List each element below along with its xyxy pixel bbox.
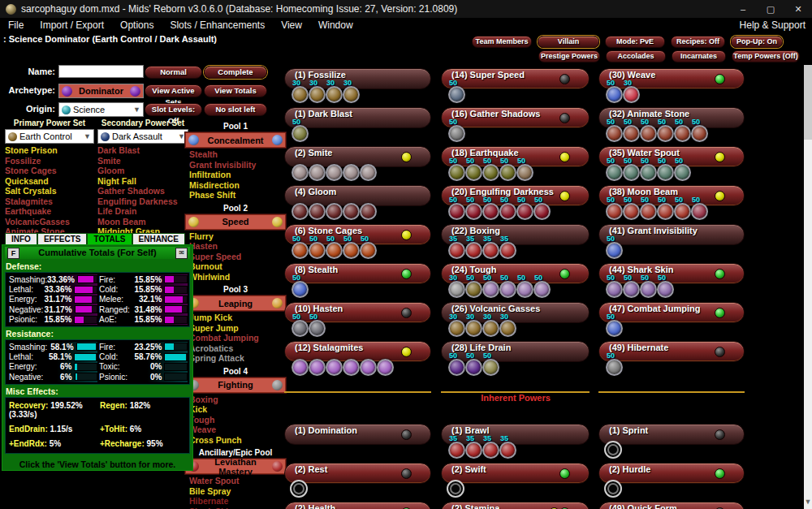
enhancement-slot[interactable]: 50 bbox=[623, 118, 640, 142]
power-list-item-dark-blast[interactable]: Dark Blast bbox=[97, 145, 188, 156]
enhancement-slot[interactable]: 50 bbox=[465, 274, 482, 298]
enhancement-slot[interactable]: 30 bbox=[343, 79, 360, 103]
power-list-item-jump-kick[interactable]: Jump Kick bbox=[189, 313, 286, 323]
power-list-item-smite[interactable]: Smite bbox=[97, 156, 188, 166]
enhancement-slot[interactable]: 50 bbox=[606, 235, 623, 259]
power-stealth[interactable]: (8) Stealth50 bbox=[284, 263, 431, 299]
power-list-item-hibernate[interactable]: Hibernate bbox=[189, 496, 286, 507]
power-list-item-kick[interactable]: Kick bbox=[189, 404, 286, 415]
power-moon-beam[interactable]: (38) Moon Beam505050505050 bbox=[598, 185, 745, 221]
power-list-item-whirlwind[interactable]: Whirlwind bbox=[189, 272, 286, 283]
enhancement-slot[interactable]: 50 bbox=[448, 118, 465, 142]
enhancement-slot[interactable]: 50 bbox=[674, 196, 691, 220]
view-totals-button[interactable]: View Totals bbox=[204, 84, 267, 97]
enhancement-slot[interactable]: 50 bbox=[657, 196, 674, 220]
archetype-select[interactable]: Dominator bbox=[58, 84, 144, 98]
enhancement-slot[interactable]: 30 bbox=[309, 79, 326, 103]
enhancement-slot[interactable]: 50 bbox=[448, 352, 465, 376]
slot-levels-button[interactable]: Slot Levels: Off bbox=[145, 103, 202, 116]
enhancement-slot[interactable]: 50 bbox=[326, 235, 343, 259]
enhancement-slot[interactable]: 35 bbox=[465, 235, 482, 259]
mode-pve-button[interactable]: Mode: PvE bbox=[605, 36, 665, 48]
power-list-item-shark-skin[interactable]: Shark Skin bbox=[189, 507, 286, 509]
power-smite[interactable]: (2) Smite bbox=[284, 146, 431, 182]
power-list-item-water-spout[interactable]: Water Spout bbox=[189, 476, 286, 486]
f-toggle-button[interactable]: F bbox=[7, 248, 19, 259]
enhancement-slot[interactable]: 50 bbox=[640, 196, 657, 220]
power-list-item-earthquake[interactable]: Earthquake bbox=[5, 206, 94, 217]
enhancement-slot[interactable]: 50 bbox=[606, 157, 623, 181]
enhancement-slot[interactable]: 50 bbox=[623, 196, 640, 220]
enhancement-slot[interactable]: 50 bbox=[499, 157, 516, 181]
power-tough[interactable]: (24) Tough305050505050 bbox=[441, 263, 590, 299]
enhancement-slot[interactable]: 50 bbox=[292, 118, 309, 142]
tab-effects[interactable]: EFFECTS bbox=[37, 233, 88, 245]
enhancement-slot[interactable] bbox=[360, 352, 377, 376]
enhancement-slot[interactable]: 35 bbox=[482, 434, 499, 459]
power-gloom[interactable]: (4) Gloom bbox=[284, 185, 431, 221]
enhancement-slot[interactable]: 30 bbox=[448, 313, 465, 337]
power-stamina[interactable]: (2) Stamina bbox=[441, 502, 590, 509]
enhancement-slot[interactable] bbox=[326, 352, 343, 376]
enhancement-slot[interactable]: 50 bbox=[623, 274, 640, 298]
normal-button[interactable]: Normal bbox=[145, 66, 202, 79]
temp-powers-off-button[interactable]: Temp Powers (Off) bbox=[732, 50, 800, 63]
power-health[interactable]: (2) Health bbox=[284, 502, 431, 509]
name-input[interactable] bbox=[58, 65, 144, 78]
power-list-item-acrobatics[interactable]: Acrobatics bbox=[189, 343, 286, 354]
power-rest[interactable]: (2) Rest bbox=[284, 463, 431, 498]
enhancement-slot[interactable]: 50 bbox=[448, 196, 465, 220]
menu-item-window[interactable]: Window bbox=[310, 18, 361, 32]
power-list-item-stalagmites[interactable]: Stalagmites bbox=[5, 196, 94, 207]
power-water-spout[interactable]: (35) Water Spout5050505050 bbox=[598, 146, 745, 182]
power-list-item-infiltration[interactable]: Infiltration bbox=[189, 170, 286, 180]
pool-select-leaping[interactable]: Leaping bbox=[185, 295, 286, 311]
power-dark-blast[interactable]: (1) Dark Blast50 bbox=[284, 107, 431, 143]
enhancement-slot[interactable] bbox=[326, 157, 343, 181]
enhancement-slot[interactable] bbox=[360, 157, 377, 181]
power-list-item-combat-jumping[interactable]: Combat Jumping bbox=[189, 333, 286, 343]
power-earthquake[interactable]: (18) Earthquake5050505050 bbox=[441, 146, 590, 182]
origin-select[interactable]: Science ▼ bbox=[58, 102, 144, 117]
enhancement-slot[interactable] bbox=[309, 352, 326, 376]
close-button[interactable]: ✕ bbox=[784, 0, 812, 18]
enhancement-slot[interactable] bbox=[292, 157, 309, 181]
enhancement-slot[interactable]: 50 bbox=[516, 274, 533, 298]
enhancement-slot[interactable]: 30 bbox=[448, 274, 465, 298]
enhancement-slot[interactable]: 50 bbox=[691, 118, 708, 142]
enhancement-slot[interactable] bbox=[309, 157, 326, 181]
power-boxing[interactable]: (22) Boxing35353535 bbox=[441, 224, 590, 260]
enhancement-slot[interactable]: 50 bbox=[606, 118, 623, 142]
recipes-off-button[interactable]: Recipes: Off bbox=[671, 36, 725, 48]
power-list-item-super-speed[interactable]: Super Speed bbox=[189, 252, 286, 262]
power-list-item-stealth[interactable]: Stealth bbox=[189, 149, 286, 160]
enhancement-slot[interactable]: 50 bbox=[606, 274, 623, 298]
enhancement-slot[interactable] bbox=[292, 473, 309, 498]
power-life-drain[interactable]: (28) Life Drain505050 bbox=[441, 341, 590, 377]
primary-set-select[interactable]: Earth Control ▼ bbox=[5, 129, 94, 144]
menu-item-import-export[interactable]: Import / Export bbox=[32, 18, 112, 32]
enhancement-slot[interactable] bbox=[309, 196, 326, 220]
enhancement-slot[interactable]: 50 bbox=[516, 196, 533, 220]
power-list-item-burnout[interactable]: Burnout bbox=[189, 261, 286, 272]
enhancement-slot[interactable] bbox=[343, 196, 360, 220]
enhancement-slot[interactable]: 50 bbox=[465, 196, 482, 220]
enhancement-slot[interactable]: 30 bbox=[482, 313, 499, 337]
power-brawl[interactable]: (1) Brawl35353535 bbox=[441, 424, 590, 459]
power-list-item-grant-invisibility[interactable]: Grant Invisibility bbox=[189, 160, 286, 170]
enhancement-slot[interactable]: 35 bbox=[499, 434, 516, 459]
villain-button[interactable]: Villain bbox=[538, 36, 599, 48]
enhancement-slot[interactable] bbox=[606, 473, 623, 498]
enhancement-slot[interactable]: 50 bbox=[360, 235, 377, 259]
enhancement-slot[interactable] bbox=[360, 196, 377, 220]
enhancement-slot[interactable]: 50 bbox=[674, 157, 691, 181]
enhancement-slot[interactable]: 30 bbox=[465, 313, 482, 337]
enhancement-slot[interactable]: 30 bbox=[623, 79, 640, 103]
power-super-speed[interactable]: (14) Super Speed50 bbox=[441, 68, 590, 104]
enhancement-slot[interactable]: 35 bbox=[465, 434, 482, 459]
pop-up-on-button[interactable]: Pop-Up: On bbox=[731, 36, 783, 48]
enhancement-slot[interactable]: 50 bbox=[343, 235, 360, 259]
tab-totals[interactable]: TOTALS bbox=[87, 233, 132, 245]
enhancement-slot[interactable]: 50 bbox=[606, 79, 623, 103]
enhancement-slot[interactable]: 35 bbox=[499, 235, 516, 259]
